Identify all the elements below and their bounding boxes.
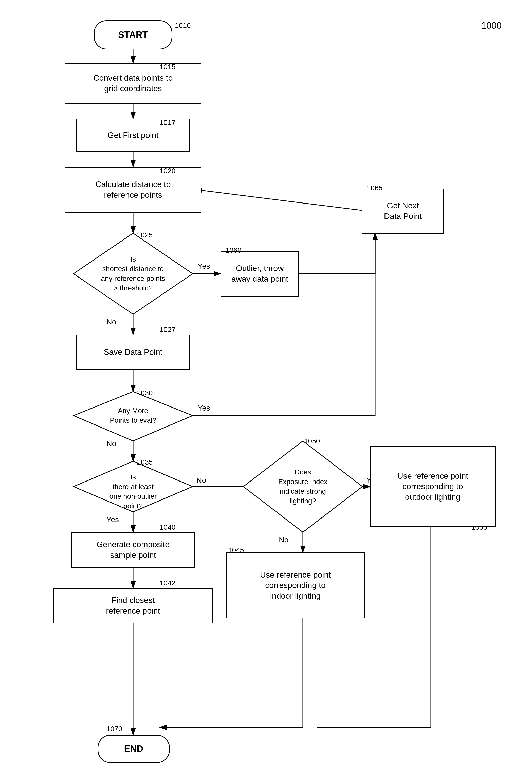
node-1017-label: Get First point (108, 130, 158, 141)
node-1045: Use reference point corresponding to ind… (226, 552, 365, 618)
node-1035-label: Is there at least one non-outlier point? (81, 466, 185, 517)
svg-text:No: No (279, 536, 289, 544)
flow-svg: Yes No 1027 Yes No Yes No Yes No 1040 10… (0, 0, 532, 777)
node-1055: Use reference point corresponding to out… (370, 446, 496, 527)
node-1027: Save Data Point (76, 335, 190, 370)
start-id: 1010 (175, 21, 191, 30)
start-label: START (118, 30, 148, 40)
node-1040-label: Generate composite sample point (97, 539, 170, 560)
node-1020: Calculate distance to reference points (65, 167, 202, 213)
node-1020-id: 1020 (160, 167, 176, 175)
start-node: START (94, 20, 172, 49)
node-1065: Get Next Data Point (362, 189, 444, 234)
node-1027-label: Save Data Point (104, 347, 162, 358)
node-1060: Outlier, throw away data point (220, 251, 299, 297)
node-1050-label: Does Exposure Index indicate strong ligh… (250, 446, 356, 527)
node-1042: Find closest reference point (54, 588, 213, 624)
node-1040: Generate composite sample point (71, 532, 195, 568)
node-1025-id: 1025 (137, 231, 152, 239)
svg-marker-24 (74, 233, 193, 314)
flowchart-diagram: 1000 (0, 0, 532, 777)
svg-text:Yes: Yes (198, 262, 210, 270)
svg-text:Yes: Yes (106, 515, 119, 524)
ref-number-1000: 1000 (481, 20, 502, 31)
node-1055-label: Use reference point corresponding to out… (398, 471, 468, 503)
svg-text:1040: 1040 (160, 523, 176, 531)
node-1060-label: Outlier, throw away data point (231, 263, 288, 284)
svg-text:No: No (196, 476, 206, 484)
node-1020-label: Calculate distance to reference points (95, 179, 171, 200)
end-label: END (124, 744, 143, 754)
node-1035-id: 1035 (137, 458, 152, 466)
node-1065-id: 1065 (367, 184, 383, 192)
end-id: 1070 (106, 725, 122, 733)
end-node: END (98, 735, 170, 763)
node-1015-id: 1015 (160, 63, 176, 71)
node-1060-id: 1060 (226, 246, 241, 254)
node-1025-label: Is shortest distance to any reference po… (81, 243, 185, 304)
node-1030-id: 1030 (137, 389, 152, 397)
svg-text:1027: 1027 (160, 326, 176, 334)
node-1017-id: 1017 (160, 119, 176, 127)
node-1042-label: Find closest reference point (106, 595, 160, 616)
node-1050-id: 1050 (304, 437, 320, 445)
node-1065-label: Get Next Data Point (384, 201, 422, 221)
svg-line-8 (195, 190, 362, 210)
svg-text:No: No (106, 318, 116, 326)
svg-marker-27 (243, 441, 362, 532)
svg-text:Yes: Yes (198, 404, 210, 412)
svg-text:No: No (106, 439, 116, 448)
node-1030-label: Any More Points to eval? (86, 399, 181, 432)
svg-marker-25 (74, 392, 193, 441)
node-1045-label: Use reference point corresponding to ind… (260, 570, 331, 601)
svg-text:1042: 1042 (160, 579, 176, 587)
node-1015-label: Convert data points to grid coordinates (93, 73, 173, 94)
svg-marker-26 (74, 461, 193, 512)
node-1015: Convert data points to grid coordinates (65, 63, 202, 104)
